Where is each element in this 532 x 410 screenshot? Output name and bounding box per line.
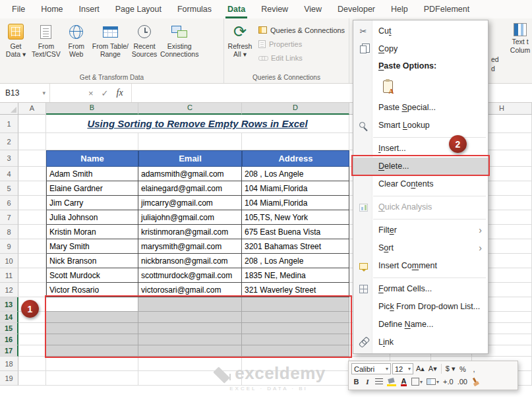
cell-A15[interactable] bbox=[18, 323, 46, 334]
cell-A12[interactable] bbox=[18, 283, 46, 297]
cell-D8[interactable]: 675 East Buena Vista bbox=[242, 225, 349, 239]
row-header-17[interactable]: 17 bbox=[0, 345, 18, 357]
cell-A10[interactable] bbox=[18, 254, 46, 268]
row-header-12[interactable]: 12 bbox=[0, 283, 18, 297]
insert-function-button[interactable]: fx bbox=[117, 88, 123, 98]
cell-B7[interactable]: Julia Johnson bbox=[46, 210, 138, 225]
menu-item-clear-contents[interactable]: Clear Contents bbox=[353, 175, 488, 193]
cell-B17[interactable] bbox=[46, 345, 138, 357]
tab-review[interactable]: Review bbox=[253, 1, 296, 18]
cell-C6[interactable]: jimcarry@gmail.com bbox=[138, 196, 242, 210]
cell-B13[interactable] bbox=[46, 297, 138, 312]
menu-item-insert[interactable]: Insert... bbox=[353, 140, 488, 158]
menu-item-copy[interactable]: Copy bbox=[353, 40, 488, 58]
cell-D9[interactable]: 3201 Bahamas Street bbox=[242, 239, 349, 254]
decrease-decimal-button[interactable]: .00 bbox=[456, 376, 469, 388]
row-header-13[interactable]: 13 bbox=[0, 297, 18, 312]
comma-style-button[interactable]: , bbox=[469, 363, 479, 374]
cell-D17[interactable] bbox=[242, 345, 349, 357]
cell-D4[interactable]: 208 , Los Angele bbox=[242, 167, 349, 181]
menu-item-smart-lookup[interactable]: Smart Lookup bbox=[353, 117, 488, 134]
tab-help[interactable]: Help bbox=[383, 1, 416, 18]
cell-C7[interactable]: juliajohn@gmail.com bbox=[138, 210, 242, 225]
row-header-18[interactable]: 18 bbox=[0, 357, 18, 371]
cell-A18[interactable] bbox=[18, 357, 46, 371]
cell-C11[interactable]: scottmurdock@gmail.com bbox=[138, 268, 242, 283]
bold-button[interactable]: B bbox=[351, 376, 361, 388]
cell-A4[interactable] bbox=[18, 167, 46, 181]
cell-B15[interactable] bbox=[46, 323, 138, 334]
cell-B3[interactable]: Name bbox=[46, 150, 138, 167]
menu-item-link[interactable]: Link bbox=[353, 334, 488, 351]
recent-sources-button[interactable]: Recent Sources bbox=[131, 22, 158, 59]
cancel-icon[interactable]: × bbox=[88, 88, 94, 98]
cell-A8[interactable] bbox=[18, 225, 46, 239]
cell-D12[interactable]: 321 Waverley Street bbox=[242, 283, 349, 297]
cell-D11[interactable]: 1835 NE, Medina bbox=[242, 268, 349, 283]
cell-C12[interactable]: victorosari@gmail.com bbox=[138, 283, 242, 297]
column-header-D[interactable]: D bbox=[242, 103, 349, 115]
italic-button[interactable]: I bbox=[363, 376, 372, 388]
select-all-corner[interactable] bbox=[0, 103, 18, 115]
queries-connections-button[interactable]: Queries & Connections bbox=[256, 23, 347, 37]
cell-C4[interactable]: adamsmith@gmail.com bbox=[138, 167, 242, 181]
cell-C2[interactable] bbox=[138, 133, 242, 150]
increase-decimal-button[interactable]: +.0 bbox=[442, 376, 455, 388]
row-header-2[interactable]: 2 bbox=[0, 133, 18, 150]
decrease-font-size-button[interactable]: A▾ bbox=[427, 363, 438, 374]
tab-file[interactable]: File bbox=[4, 1, 33, 18]
text-to-columns-button[interactable]: Text t Colum bbox=[506, 23, 532, 55]
cell-C10[interactable]: nickbranson@gmail.com bbox=[138, 254, 242, 268]
cell-C17[interactable] bbox=[138, 345, 242, 357]
cell-B11[interactable]: Scott Murdock bbox=[46, 268, 138, 283]
row-header-15[interactable]: 15 bbox=[0, 323, 18, 334]
align-button[interactable] bbox=[374, 376, 384, 388]
cell-C5[interactable]: elainegard@gmail.com bbox=[138, 181, 242, 196]
row-header-11[interactable]: 11 bbox=[0, 268, 18, 283]
cell-A7[interactable] bbox=[18, 210, 46, 225]
row-header-7[interactable]: 7 bbox=[0, 210, 18, 225]
cell-C14[interactable] bbox=[138, 312, 242, 323]
cell-A2[interactable] bbox=[18, 133, 46, 150]
cell-D7[interactable]: 105,TS, New York bbox=[242, 210, 349, 225]
cell-D18[interactable] bbox=[242, 357, 349, 371]
tab-page-layout[interactable]: Page Layout bbox=[107, 1, 169, 18]
row-header-6[interactable]: 6 bbox=[0, 196, 18, 210]
cell-A1[interactable] bbox=[18, 115, 46, 133]
format-painter-button[interactable] bbox=[470, 376, 481, 388]
tab-home[interactable]: Home bbox=[33, 1, 71, 18]
row-header-14[interactable]: 14 bbox=[0, 312, 18, 323]
menu-item-sort[interactable]: Sort› bbox=[353, 239, 488, 257]
cell-B6[interactable]: Jim Carry bbox=[46, 196, 138, 210]
cell-B14[interactable] bbox=[46, 312, 138, 323]
refresh-all-button[interactable]: ⟳Refresh All ▾ bbox=[227, 22, 253, 59]
cell-A9[interactable] bbox=[18, 239, 46, 254]
cell-C13[interactable] bbox=[138, 297, 242, 312]
menu-item-insert-comment[interactable]: Insert Comment bbox=[353, 257, 488, 275]
menu-item-pick-from-drop-down-list[interactable]: Pick From Drop-down List... bbox=[353, 298, 488, 316]
cell-D3[interactable]: Address bbox=[242, 150, 349, 167]
font-name-select[interactable]: Calibri ▾ bbox=[351, 363, 391, 374]
cell-D5[interactable]: 104 Miami,Florida bbox=[242, 181, 349, 196]
menu-item-quick-analysis[interactable]: Quick Analysis bbox=[353, 198, 488, 216]
merge-button[interactable]: ▾ bbox=[425, 376, 440, 388]
cell-B16[interactable] bbox=[46, 334, 138, 345]
cell-D16[interactable] bbox=[242, 334, 349, 345]
cell-D19[interactable] bbox=[242, 371, 349, 386]
tab-insert[interactable]: Insert bbox=[71, 1, 107, 18]
cell-D6[interactable]: 104 Miami,Florida bbox=[242, 196, 349, 210]
paste-button[interactable]: A bbox=[378, 76, 397, 96]
cell-B5[interactable]: Elaine Gardner bbox=[46, 181, 138, 196]
row-header-10[interactable]: 10 bbox=[0, 254, 18, 268]
cell-C3[interactable]: Email bbox=[138, 150, 242, 167]
cell-B12[interactable]: Victor Rosario bbox=[46, 283, 138, 297]
font-size-select[interactable]: 12 ▾ bbox=[392, 363, 413, 374]
cell-B8[interactable]: Kristin Moran bbox=[46, 225, 138, 239]
cell-A3[interactable] bbox=[18, 150, 46, 167]
name-box[interactable]: B13 ▾ bbox=[0, 84, 50, 102]
tab-view[interactable]: View bbox=[296, 1, 330, 18]
row-header-9[interactable]: 9 bbox=[0, 239, 18, 254]
borders-button[interactable]: ▾ bbox=[410, 376, 424, 388]
cell-B2[interactable] bbox=[46, 133, 138, 150]
from-web-button[interactable]: From Web bbox=[63, 22, 90, 59]
